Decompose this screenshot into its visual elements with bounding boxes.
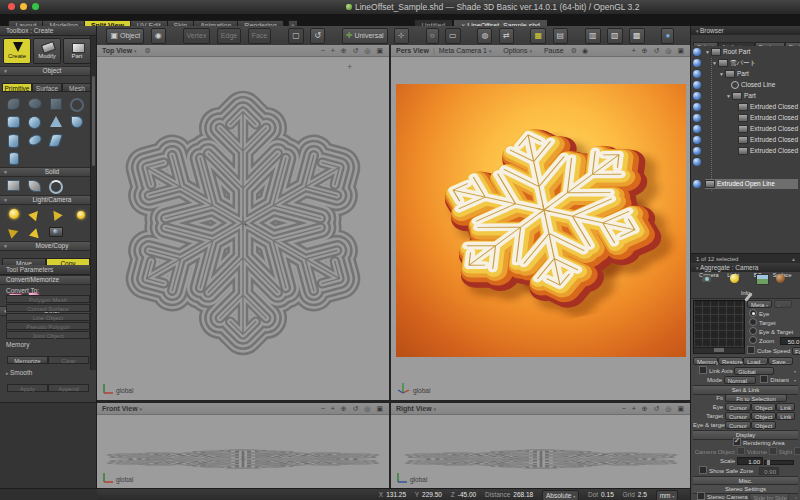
camera-memory-button[interactable]: Memory <box>693 357 718 365</box>
stereo-mode-dropdown[interactable]: Side by Side▾ <box>749 493 789 500</box>
cube-speed-value-dropdown[interactable]: Fa▾ <box>792 347 800 355</box>
eye-object-button[interactable]: Object <box>751 403 776 411</box>
pers-view-global-label[interactable]: global <box>413 387 430 394</box>
link-axis-dropdown[interactable]: Global ▾ <box>734 367 774 375</box>
right-viewport[interactable]: Right View ▾ − + ⊕ ↺ ◎ ▣ global <box>391 403 690 488</box>
spot-light-icon[interactable] <box>24 205 45 223</box>
top-view-controls[interactable]: − + ⊕ ↺ ◎ ▣ <box>321 45 385 56</box>
zoom-radio[interactable] <box>749 336 757 344</box>
convert-joint-object-button[interactable]: Joint Object <box>6 331 90 339</box>
solid-sweep-icon[interactable] <box>24 177 45 195</box>
cube-speed-checkbox[interactable] <box>747 346 755 354</box>
cone-primitive-icon[interactable] <box>45 113 66 131</box>
right-view-label[interactable]: Right View <box>396 405 432 412</box>
light-toggle-button[interactable]: ○ <box>426 28 439 44</box>
coordinate-mode-dropdown[interactable]: Absolute ▾ <box>542 490 579 500</box>
rounded-box-primitive-icon[interactable] <box>3 113 24 131</box>
render-flag-toggle[interactable] <box>693 59 701 67</box>
tab-mesh[interactable]: Mesh <box>62 83 92 92</box>
radio-eye-row[interactable]: Eye <box>749 310 798 318</box>
preview-render-button[interactable]: ● <box>661 28 674 44</box>
aggregate-tab-bg[interactable]: BG <box>748 272 768 278</box>
move-copy-section-header[interactable]: ▼Move/Copy <box>0 241 96 251</box>
vertex-mode-button[interactable]: Vertex <box>183 28 211 44</box>
target-link-button[interactable]: Link <box>776 412 795 420</box>
target-object-button[interactable]: Object <box>751 412 776 420</box>
oblique-primitive-icon[interactable] <box>45 131 66 149</box>
unit-dropdown[interactable]: mm ▾ <box>656 490 679 500</box>
tree-item-part-2[interactable]: ▼Part <box>726 91 756 101</box>
radio-target-row[interactable]: Target <box>749 319 798 327</box>
camera-load-button[interactable]: Load... <box>743 357 768 365</box>
revolve-tool-icon[interactable] <box>24 95 45 113</box>
tree-item-extruded-closed[interactable]: Extruded Closed <box>738 113 798 123</box>
right-view-global-label[interactable]: global <box>410 476 427 483</box>
fit-to-selection-button[interactable]: Fit to Selection <box>725 394 787 402</box>
link-axis-checkbox[interactable] <box>699 366 707 374</box>
light-camera-section-header[interactable]: ▼Light/Camera <box>0 195 96 205</box>
render-flag-toggle[interactable] <box>693 114 701 122</box>
memorize-button[interactable]: Memorize <box>7 356 48 364</box>
distant-checkbox[interactable] <box>760 375 768 383</box>
area-light-icon[interactable] <box>70 205 91 223</box>
top-view-global-label[interactable]: global <box>116 387 133 394</box>
pers-view-label[interactable]: Pers View <box>396 47 429 54</box>
tree-item-extruded-closed[interactable]: Extruded Closed <box>738 135 798 145</box>
safe-zone-value-field[interactable]: 0.90 <box>759 467 779 475</box>
small-cylinder-primitive-icon[interactable] <box>3 149 24 167</box>
eye-cursor-button[interactable]: Cursor <box>725 403 751 411</box>
wireframe-display-button[interactable]: ▥ <box>585 28 601 44</box>
tree-item-extruded-closed[interactable]: Extruded Closed <box>738 124 798 134</box>
part-button[interactable]: Part <box>63 38 91 64</box>
front-view-controls[interactable]: − + ⊕ ↺ ◎ ▣ <box>321 403 385 414</box>
front-view-label[interactable]: Front View <box>102 405 138 412</box>
aggregate-tab-info[interactable]: Info <box>736 290 756 296</box>
minimize-window-icon[interactable] <box>20 3 27 10</box>
edge-mode-button[interactable]: Edge <box>217 28 241 44</box>
top-viewport[interactable]: Top View ▾ ⚙ − + ⊕ ↺ ◎ ▣ + + global <box>97 45 389 400</box>
camera-mode-button[interactable]: ◉ <box>151 28 166 44</box>
aggregate-tab-camera[interactable]: Camera <box>699 272 719 278</box>
tab-primitive[interactable]: Primitive <box>2 83 32 92</box>
right-view-controls[interactable]: − + ⊕ ↺ ◎ ▣ <box>622 403 686 414</box>
modify-button[interactable]: Modify <box>33 38 61 64</box>
tree-item-extruded-open-line[interactable]: Extruded Open Line <box>705 179 798 189</box>
toolbox-scrollbar-handle[interactable] <box>92 76 95 166</box>
manipulator-button[interactable]: ⊹ <box>394 28 409 44</box>
clear-button[interactable]: Clear <box>48 356 89 364</box>
pers-render-image[interactable] <box>396 84 686 357</box>
convert-pseudo-polygon-button[interactable]: Pseudo Polygon <box>6 322 90 330</box>
distant-light-icon[interactable] <box>45 205 66 223</box>
eye-target-cursor-button[interactable]: Cursor <box>725 421 751 429</box>
radio-eye-target-row[interactable]: Eye & Target <box>749 328 798 336</box>
texture-display-button[interactable]: ▩ <box>629 28 645 44</box>
tree-item-part[interactable]: ▼Part <box>719 69 749 79</box>
zoom-value-field[interactable]: 50.0 <box>780 337 800 345</box>
view-settings-gear-icon[interactable]: ⚙ <box>145 47 151 54</box>
solid-box-icon[interactable] <box>3 177 24 195</box>
render-flag-toggle[interactable] <box>693 92 701 100</box>
pers-settings-gear-icon[interactable]: ⚙ <box>571 47 577 54</box>
pers-view-controls[interactable]: + ⊕ ↺ ◎ ▣ <box>632 45 686 56</box>
pers-render-icon[interactable]: ◉ <box>582 47 588 54</box>
solid-spring-icon[interactable] <box>45 177 66 195</box>
eye-link-button[interactable]: Link <box>776 403 795 411</box>
radio-zoom-row[interactable]: Zoom50.0 <box>749 337 798 345</box>
marquee-select-button[interactable]: ▢ <box>288 28 304 44</box>
render-flag-toggle[interactable] <box>693 70 701 78</box>
solid-section-header[interactable]: ▼Solid <box>0 167 96 177</box>
pers-camera-selector[interactable]: Meta Camera 1 <box>439 47 487 54</box>
convert-curved-surface-button[interactable]: Curved Surface <box>6 304 90 312</box>
eye-target-radio[interactable] <box>749 327 757 335</box>
target-radio[interactable] <box>749 318 757 326</box>
convert-memorize-header[interactable]: Convert/Memorize <box>0 275 96 285</box>
top-view-label[interactable]: Top View <box>102 47 132 54</box>
smooth-append-button[interactable]: Append <box>48 384 89 392</box>
tree-item-closed-line[interactable]: Closed Line <box>731 80 775 90</box>
smooth-apply-button[interactable]: Apply <box>7 384 48 392</box>
aggregate-tab-light[interactable]: Light <box>723 272 743 278</box>
pers-pause-button[interactable]: Pause <box>544 47 564 54</box>
meta-dropdown[interactable]: Meta ▾ <box>747 300 772 308</box>
volume-checkbox[interactable] <box>737 447 745 455</box>
tree-item-extruded-closed[interactable]: Extruded Closed <box>738 146 798 156</box>
